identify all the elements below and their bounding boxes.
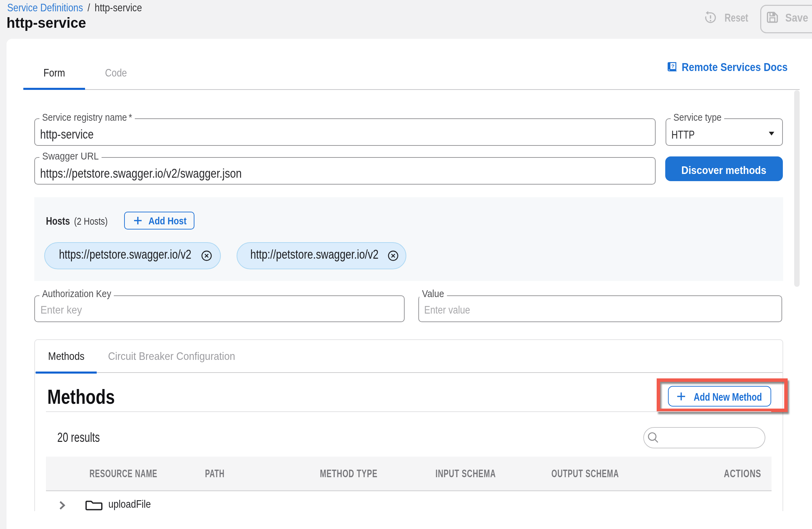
svg-text:?: ? xyxy=(671,63,674,69)
